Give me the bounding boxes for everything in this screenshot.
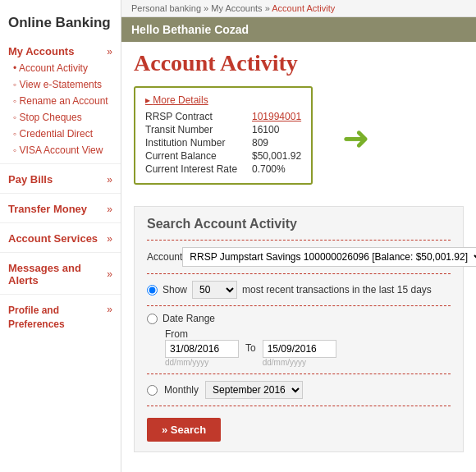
main-content: Personal banking » My Accounts » Account… [121, 0, 476, 472]
more-details-link[interactable]: More Details [145, 94, 301, 106]
sidebar-section-my-accounts[interactable]: My Accounts » [0, 41, 121, 60]
to-placeholder: dd/mm/yyyy [263, 358, 336, 367]
profile-arrow: » [107, 304, 112, 315]
sidebar-item-account-activity[interactable]: Account Activity [0, 60, 121, 76]
my-accounts-arrow: » [107, 46, 112, 57]
sidebar-section-pay-bills[interactable]: Pay Bills » [0, 169, 121, 188]
sidebar-section-profile[interactable]: Profile and Preferences » [0, 300, 121, 334]
account-field-label: Account [147, 251, 182, 263]
account-info-row-institution: Institution Number 809 [145, 137, 301, 149]
green-arrow-icon: ➜ [342, 120, 370, 156]
show-suffix: most recent transactions in the last 15 … [242, 284, 432, 296]
date-range-section: Date Range From dd/mm/yyyy To [147, 313, 451, 367]
pay-bills-arrow: » [107, 174, 112, 186]
page-title: Account Activity [134, 50, 464, 76]
account-info-value-contract[interactable]: 101994001 [252, 111, 301, 122]
sidebar-divider-1 [0, 163, 121, 164]
sidebar-title: Online Banking [0, 8, 121, 41]
breadcrumb: Personal banking » My Accounts » Account… [121, 0, 476, 17]
search-divider-4 [147, 373, 451, 374]
search-divider-2 [147, 273, 451, 274]
search-divider-3 [147, 305, 451, 306]
to-label: To [245, 342, 256, 354]
breadcrumb-my-accounts[interactable]: My Accounts [211, 3, 262, 13]
account-info-value-interest: 0.700% [252, 163, 286, 175]
date-range-label: Date Range [162, 313, 215, 324]
from-placeholder: dd/mm/yyyy [165, 358, 239, 367]
monthly-radio[interactable] [147, 385, 158, 396]
sidebar: Online Banking My Accounts » Account Act… [0, 0, 121, 472]
account-info-value-institution: 809 [252, 137, 268, 149]
sidebar-item-credential-direct[interactable]: Credential Direct [0, 126, 121, 142]
page-content: Account Activity More Details RRSP Contr… [121, 42, 476, 461]
green-arrow-container: ➜ [342, 121, 370, 154]
account-services-arrow: » [107, 233, 112, 245]
account-info-row-contract: RRSP Contract 101994001 [145, 111, 301, 122]
to-date-input[interactable] [263, 340, 336, 358]
monthly-select[interactable]: September 2016 August 2016 July 2016 [205, 381, 303, 399]
messages-alerts-label: Messages and Alerts [8, 262, 107, 286]
account-info-value-transit: 16100 [252, 124, 279, 135]
sidebar-item-stop-cheques[interactable]: Stop Cheques [0, 109, 121, 126]
sidebar-item-visa-account-view[interactable]: VISA Account View [0, 142, 121, 158]
account-info-row-interest: Current Interest Rate 0.700% [145, 163, 301, 175]
breadcrumb-sep-1: » [204, 3, 211, 13]
from-date-input[interactable] [165, 340, 239, 358]
account-info-value-balance: $50,001.92 [252, 150, 301, 162]
search-account-activity-section: Search Account Activity Account RRSP Jum… [134, 206, 464, 452]
account-info-label-contract: RRSP Contract [145, 111, 252, 122]
breadcrumb-personal-banking[interactable]: Personal banking [131, 3, 201, 13]
from-field-wrap: From dd/mm/yyyy [165, 328, 239, 367]
sidebar-section-transfer-money[interactable]: Transfer Money » [0, 199, 121, 218]
monthly-label: Monthly [164, 384, 199, 396]
show-row: Show 50 most recent transactions in the … [147, 281, 451, 299]
transfer-money-arrow: » [107, 204, 112, 215]
search-divider-5 [147, 406, 451, 406]
account-row: Account RRSP Jumpstart Savings 100000026… [147, 247, 451, 267]
sidebar-item-rename-account[interactable]: Rename an Account [0, 93, 121, 109]
sidebar-section-account-services[interactable]: Account Services » [0, 228, 121, 247]
account-info-label-transit: Transit Number [145, 124, 252, 135]
pay-bills-label: Pay Bills [8, 173, 53, 186]
show-count-select[interactable]: 50 [192, 281, 237, 299]
search-divider-top [147, 240, 451, 241]
account-info-row-transit: Transit Number 16100 [145, 124, 301, 135]
account-info-label-interest: Current Interest Rate [145, 163, 252, 175]
date-range-radio[interactable] [147, 314, 158, 324]
search-button[interactable]: Search [147, 418, 221, 442]
breadcrumb-sep-2: » [265, 3, 272, 13]
messages-alerts-arrow: » [107, 268, 112, 280]
show-label: Show [162, 284, 187, 296]
account-select[interactable]: RRSP Jumpstart Savings 100000026096 [Bal… [182, 247, 476, 267]
sidebar-divider-4 [0, 252, 121, 253]
sidebar-section-messages-alerts[interactable]: Messages and Alerts » [0, 258, 121, 289]
profile-label: Profile and Preferences [8, 304, 107, 332]
from-label: From [165, 328, 239, 340]
sidebar-divider-3 [0, 222, 121, 223]
show-recent-radio[interactable] [147, 285, 158, 296]
account-services-label: Account Services [8, 232, 98, 245]
account-info-row-balance: Current Balance $50,001.92 [145, 150, 301, 162]
search-section-title: Search Account Activity [147, 217, 451, 231]
sidebar-divider-2 [0, 193, 121, 194]
account-info-label-institution: Institution Number [145, 137, 252, 149]
account-details-box: More Details RRSP Contract 101994001 Tra… [134, 86, 313, 185]
account-info-table: RRSP Contract 101994001 Transit Number 1… [145, 111, 301, 175]
account-info-label-balance: Current Balance [145, 150, 252, 162]
sidebar-divider-5 [0, 294, 121, 295]
to-label-wrap: To [245, 342, 256, 367]
monthly-row: Monthly September 2016 August 2016 July … [147, 381, 451, 399]
my-accounts-label: My Accounts [8, 45, 74, 57]
hello-banner: Hello Bethanie Cozad [121, 17, 476, 42]
breadcrumb-account-activity: Account Activity [272, 3, 335, 13]
to-field-wrap: dd/mm/yyyy [263, 328, 336, 367]
sidebar-item-view-estatements[interactable]: View e-Statements [0, 76, 121, 93]
transfer-money-label: Transfer Money [8, 203, 87, 215]
